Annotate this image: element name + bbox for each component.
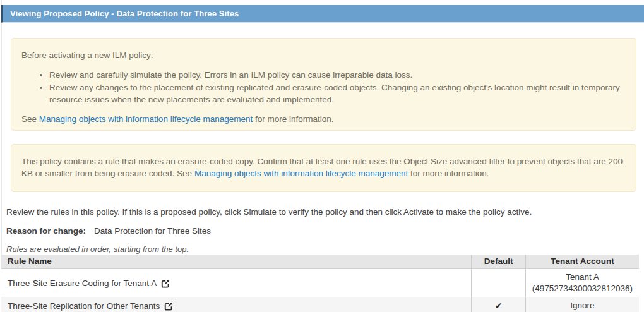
review-instructions: Review the rules in this policy. If this…	[6, 207, 638, 217]
tenant-match-mode: Ignore	[532, 300, 633, 311]
default-cell	[472, 269, 526, 297]
viewing-proposed-policy-page: Viewing Proposed Policy - Data Protectio…	[0, 0, 644, 312]
erasure-warning-suffix: for more information.	[408, 169, 489, 178]
managing-objects-link[interactable]: Managing objects with information lifecy…	[39, 114, 253, 124]
activation-warning-bullet: Review any changes to the placement of e…	[49, 81, 626, 105]
tenant-name: Tenant A	[532, 272, 633, 283]
rule-name-cell: Three-Site Erasure Coding for Tenant A	[1, 269, 472, 297]
table-row: Three-Site Replication for Other Tenants…	[1, 297, 639, 312]
erasure-coding-warning-alert: This policy contains a rule that makes a…	[11, 144, 636, 192]
default-cell: ✔	[472, 297, 526, 312]
reason-for-change-row: Reason for change:Data Protection for Th…	[6, 226, 211, 236]
see-prefix-text: See	[21, 114, 39, 124]
tenant-id: (49752734300032812036)	[532, 283, 633, 294]
policy-rules-table: Rule Name Default Tenant Account Three-S…	[1, 255, 639, 312]
activation-warning-bullet: Review and carefully simulate the policy…	[49, 69, 626, 81]
page-title: Viewing Proposed Policy - Data Protectio…	[3, 9, 239, 18]
reason-for-change-value: Data Protection for Three Sites	[94, 226, 211, 236]
column-header-default: Default	[472, 255, 526, 269]
reason-for-change-label: Reason for change:	[6, 226, 94, 236]
default-check-icon: ✔	[495, 301, 503, 311]
table-header-row: Rule Name Default Tenant Account	[1, 255, 639, 269]
external-link-icon[interactable]	[161, 279, 170, 288]
panel-header: Viewing Proposed Policy - Data Protectio…	[1, 5, 644, 23]
tenant-account-cell: Tenant A (49752734300032812036)	[525, 269, 639, 297]
rule-name-text: Three-Site Replication for Other Tenants	[8, 301, 160, 311]
see-suffix-text: for more information.	[253, 114, 333, 124]
activation-warning-alert: Before activating a new ILM policy: Revi…	[11, 38, 636, 131]
activation-warning-intro: Before activating a new ILM policy:	[21, 49, 626, 61]
external-link-icon[interactable]	[164, 302, 173, 311]
activation-warning-list: Review and carefully simulate the policy…	[21, 69, 626, 105]
column-header-tenant-account: Tenant Account	[525, 255, 639, 269]
tenant-account-cell: Ignore	[525, 297, 639, 312]
activation-warning-see-line: See Managing objects with information li…	[21, 113, 626, 125]
rules-evaluation-note: Rules are evaluated in order, starting f…	[6, 244, 189, 254]
managing-objects-link[interactable]: Managing objects with information lifecy…	[194, 169, 408, 178]
column-header-rule-name: Rule Name	[1, 255, 472, 269]
rule-name-cell: Three-Site Replication for Other Tenants	[1, 297, 472, 312]
rule-name-text: Three-Site Erasure Coding for Tenant A	[8, 279, 157, 288]
table-row: Three-Site Erasure Coding for Tenant A T…	[1, 269, 639, 297]
